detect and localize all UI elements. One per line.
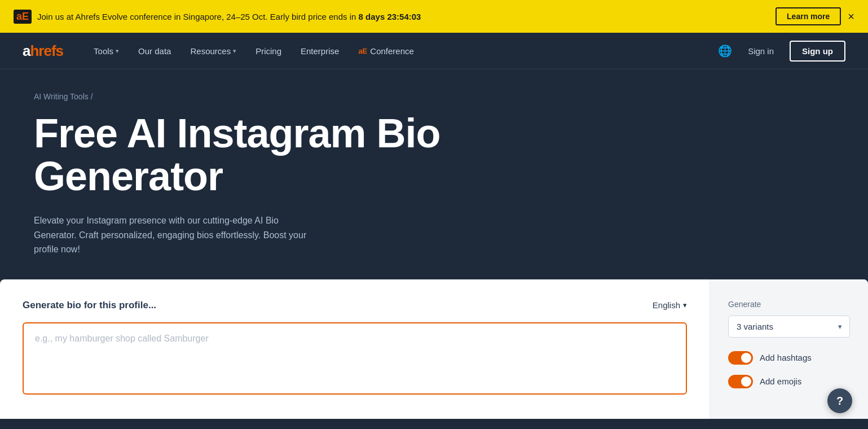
logo[interactable]: ahrefs	[23, 42, 63, 60]
bio-input[interactable]	[24, 323, 686, 391]
nav-label-conference: Conference	[370, 46, 414, 56]
nav-label-resources: Resources	[190, 46, 231, 56]
signin-button[interactable]: Sign in	[741, 42, 781, 60]
hashtags-toggle[interactable]	[728, 351, 753, 365]
banner-text: Join us at Ahrefs Evolve conference in S…	[37, 12, 421, 21]
banner-logo-icon: aE	[14, 10, 32, 24]
logo-text: a	[23, 42, 30, 59]
nav-item-enterprise[interactable]: Enterprise	[293, 42, 347, 60]
textarea-wrapper	[23, 322, 687, 395]
tool-card: Generate bio for this profile... English…	[0, 279, 868, 419]
chevron-down-icon: ▾	[116, 47, 119, 55]
logo-text-rest: hrefs	[30, 42, 63, 59]
tool-header: Generate bio for this profile... English…	[23, 300, 687, 311]
conference-icon: aE	[358, 47, 367, 55]
banner-content: aE Join us at Ahrefs Evolve conference i…	[14, 10, 421, 24]
banner-text-before: Join us at Ahrefs Evolve conference in S…	[37, 12, 359, 21]
nav-item-tools[interactable]: Tools ▾	[86, 42, 127, 60]
hashtags-label: Add hashtags	[760, 353, 812, 362]
signup-button[interactable]: Sign up	[790, 41, 845, 62]
chevron-down-icon: ▾	[233, 47, 236, 55]
chevron-down-icon: ▾	[683, 301, 687, 309]
page-description: Elevate your Instagram presence with our…	[34, 213, 316, 257]
generate-label: Generate	[728, 300, 850, 309]
nav-item-resources[interactable]: Resources ▾	[182, 42, 244, 60]
nav-label-pricing: Pricing	[255, 46, 281, 56]
banner-close-button[interactable]: ×	[848, 10, 854, 23]
nav-item-pricing[interactable]: Pricing	[248, 42, 289, 60]
emojis-toggle-row: Add emojis	[728, 375, 850, 388]
navbar: ahrefs Tools ▾ Our data Resources ▾ Pric…	[0, 33, 868, 69]
nav-item-our-data[interactable]: Our data	[130, 42, 179, 60]
emojis-toggle[interactable]	[728, 375, 753, 388]
banner-actions: Learn more ×	[776, 7, 854, 25]
help-button[interactable]: ?	[827, 388, 852, 413]
variants-select-wrapper: 1 variant 2 variants 3 variants 4 varian…	[728, 316, 850, 338]
nav-label-tools: Tools	[94, 46, 113, 56]
nav-label-our-data: Our data	[138, 46, 171, 56]
page-title: Free AI Instagram Bio Generator	[34, 112, 513, 198]
variants-select[interactable]: 1 variant 2 variants 3 variants 4 varian…	[728, 316, 850, 338]
announcement-banner: aE Join us at Ahrefs Evolve conference i…	[0, 0, 868, 33]
breadcrumb: AI Writing Tools /	[34, 92, 834, 101]
hashtags-toggle-row: Add hashtags	[728, 351, 850, 365]
nav-right: 🌐 Sign in Sign up	[718, 41, 845, 62]
nav-label-enterprise: Enterprise	[301, 46, 339, 56]
emojis-label: Add emojis	[760, 377, 801, 386]
learn-more-button[interactable]: Learn more	[776, 7, 841, 25]
nav-links: Tools ▾ Our data Resources ▾ Pricing Ent…	[86, 42, 718, 60]
banner-countdown: 8 days 23:54:03	[359, 12, 421, 21]
tool-input-section: Generate bio for this profile... English…	[0, 279, 710, 419]
language-value: English	[653, 300, 680, 310]
main-content: AI Writing Tools / Free AI Instagram Bio…	[0, 69, 868, 419]
tool-prompt-label: Generate bio for this profile...	[23, 300, 156, 311]
globe-icon[interactable]: 🌐	[718, 44, 732, 58]
nav-item-conference[interactable]: aE Conference	[350, 42, 421, 60]
language-selector[interactable]: English ▾	[653, 300, 687, 310]
